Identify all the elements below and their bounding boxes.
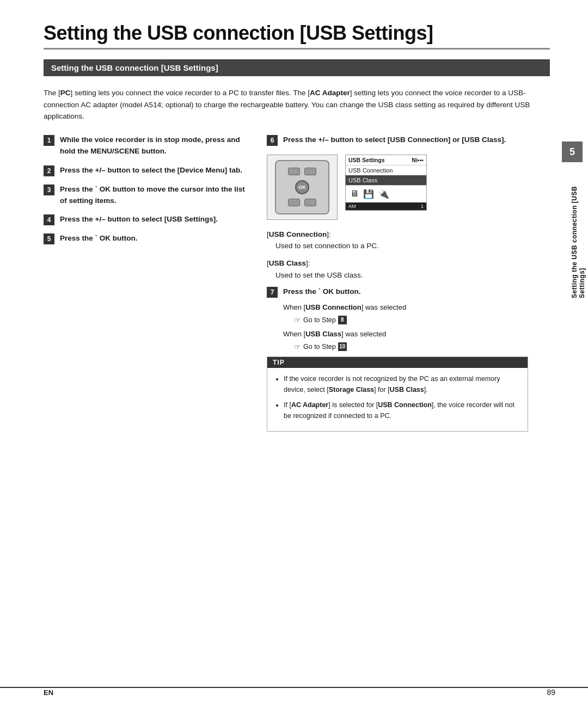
adapter-icon: 🔌 xyxy=(378,189,389,199)
usb-screen-title: USB Settings xyxy=(348,157,385,163)
usb-connection-item: USB Connection xyxy=(346,165,426,175)
step-box-8: 8 xyxy=(338,316,347,324)
tip-box: TIP If the voice recorder is not recogni… xyxy=(267,356,528,432)
footer-lang: EN xyxy=(44,689,53,697)
step-num-2: 2 xyxy=(44,165,54,176)
usb-screen-icons-row: 🖥 💾 🔌 xyxy=(346,185,426,202)
footer-page-num: 89 xyxy=(547,688,555,697)
rec-btn-bot-right xyxy=(304,199,316,206)
step-box-10: 10 xyxy=(338,342,347,351)
tip-item-1: If the voice recorder is not recognized … xyxy=(284,373,520,395)
recorder-illustration: OK xyxy=(267,155,338,220)
usb-class-label: [USB Class]: Used to set the USB class. xyxy=(267,257,528,281)
page-footer: EN 89 xyxy=(0,687,588,697)
step-7: 7 Press the ` OK button. xyxy=(267,286,528,298)
cd-icon: 💾 xyxy=(363,189,374,199)
step-4: 4 Press the +/– button to select [USB Se… xyxy=(44,214,250,225)
step-6: 6 Press the +/– button to select [USB Co… xyxy=(267,134,528,146)
step-num-3: 3 xyxy=(44,185,54,195)
pc-icon: 🖥 xyxy=(350,189,359,199)
rec-btn-right xyxy=(304,168,316,175)
tip-content: If the voice recorder is not recognized … xyxy=(267,368,528,431)
step-text-2: Press the +/– button to select the [Devi… xyxy=(60,165,242,176)
left-column: 1 While the voice recorder is in stop mo… xyxy=(44,134,250,253)
goto-label-8: Go to Step xyxy=(303,316,336,324)
usb-screen-titlebar: USB Settings Ni▪▪▪ xyxy=(346,155,426,165)
goto-step-10: ☞ Go to Step 10 xyxy=(283,342,528,351)
footer-num: 1 xyxy=(421,204,424,209)
sidebar-chapter-label: Setting the USB connection [USB Settings… xyxy=(568,163,588,305)
main-content: 1 While the voice recorder is in stop mo… xyxy=(44,134,550,432)
intro-paragraph: The [PC] setting lets you connect the vo… xyxy=(44,87,544,122)
footer-am: AM xyxy=(348,204,356,209)
goto-step-8: ☞ Go to Step 8 xyxy=(283,316,528,324)
step-text-5: Press the ` OK button. xyxy=(60,233,138,244)
step-5: 5 Press the ` OK button. xyxy=(44,233,250,244)
device-illustration-area: OK USB Settings Ni▪▪▪ USB Connection USB… xyxy=(267,155,528,220)
step-1: 1 While the voice recorder is in stop mo… xyxy=(44,134,250,157)
usb-screen-battery: Ni▪▪▪ xyxy=(412,157,424,163)
right-column: 6 Press the +/– button to select [USB Co… xyxy=(267,134,528,432)
recorder-bottom-buttons xyxy=(288,199,316,206)
goto-arrow-10: ☞ xyxy=(294,342,301,351)
when-usb-connection: When [USB Connection] was selected xyxy=(283,302,528,314)
usb-settings-screen: USB Settings Ni▪▪▪ USB Connection USB Cl… xyxy=(345,155,427,211)
step-text-4: Press the +/– button to select [USB Sett… xyxy=(60,214,218,225)
rec-btn-left xyxy=(288,168,300,175)
step-text-3: Press the ` OK button to move the cursor… xyxy=(60,184,250,207)
step-num-4: 4 xyxy=(44,214,54,225)
step-text-7: Press the ` OK button. xyxy=(283,286,361,298)
section-header-banner: Setting the USB connection [USB Settings… xyxy=(44,59,550,76)
section-number-badge: 5 xyxy=(562,142,583,162)
ok-button-illustration: OK xyxy=(295,180,309,194)
title-divider xyxy=(44,48,550,50)
step-num-5: 5 xyxy=(44,233,54,244)
recorder-body: OK xyxy=(275,160,329,214)
step-num-1: 1 xyxy=(44,135,54,146)
step-2: 2 Press the +/– button to select the [De… xyxy=(44,165,250,176)
tip-item-2: If [AC Adapter] is selected for [USB Con… xyxy=(284,399,520,421)
usb-class-item-selected: USB Class xyxy=(346,175,426,185)
tip-header: TIP xyxy=(267,357,528,368)
goto-arrow-8: ☞ xyxy=(294,316,301,324)
rec-btn-bot-left xyxy=(288,199,300,206)
step-3: 3 Press the ` OK button to move the curs… xyxy=(44,184,250,207)
usb-class-desc: Used to set the USB class. xyxy=(267,269,528,281)
step-text-1: While the voice recorder is in stop mode… xyxy=(60,134,250,157)
usb-connection-desc: Used to set connection to a PC. xyxy=(267,240,528,252)
step-num-7: 7 xyxy=(267,287,278,298)
usb-connection-label: [USB Connection]: Used to set connection… xyxy=(267,229,528,252)
recorder-top-buttons xyxy=(288,168,316,175)
when-usb-class: When [USB Class] was selected xyxy=(283,329,528,340)
goto-label-10: Go to Step xyxy=(303,343,336,351)
step-text-6: Press the +/– button to select [USB Conn… xyxy=(283,134,506,146)
usb-screen-footer: AM 1 xyxy=(346,202,426,210)
step-7-sub: When [USB Connection] was selected ☞ Go … xyxy=(267,302,528,351)
page-title: Setting the USB connection [USB Settings… xyxy=(44,22,550,45)
step-num-6: 6 xyxy=(267,135,278,146)
